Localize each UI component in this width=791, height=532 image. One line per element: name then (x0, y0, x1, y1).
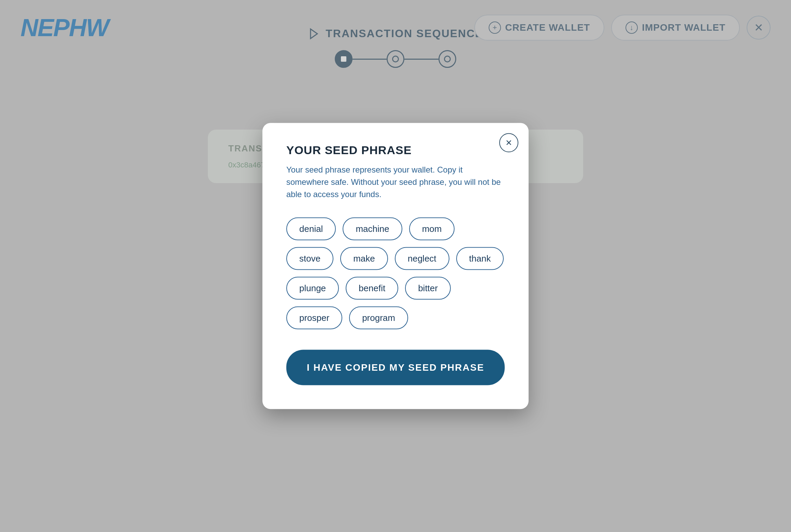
seed-word: stove (286, 247, 333, 270)
seed-word: denial (286, 218, 336, 240)
seed-word: program (349, 307, 408, 329)
seed-word: mom (409, 218, 455, 240)
modal-title: YOUR SEED PHRASE (286, 144, 505, 157)
modal-container: ✕ YOUR SEED PHRASE Your seed phrase repr… (262, 123, 529, 409)
seed-phrase-grid: denialmachinemomstovemakeneglectthankplu… (286, 218, 505, 329)
seed-word: machine (343, 218, 402, 240)
copy-seed-phrase-button[interactable]: I HAVE COPIED MY SEED PHRASE (286, 350, 505, 385)
seed-word: bitter (405, 277, 451, 300)
seed-word: neglect (395, 247, 449, 270)
seed-phrase-modal: ✕ YOUR SEED PHRASE Your seed phrase repr… (262, 123, 529, 409)
seed-word: prosper (286, 307, 342, 329)
seed-word: benefit (346, 277, 398, 300)
modal-description: Your seed phrase represents your wallet.… (286, 164, 505, 201)
seed-word: make (340, 247, 388, 270)
seed-word: plunge (286, 277, 339, 300)
seed-word: thank (456, 247, 504, 270)
modal-close-button[interactable]: ✕ (499, 133, 518, 152)
